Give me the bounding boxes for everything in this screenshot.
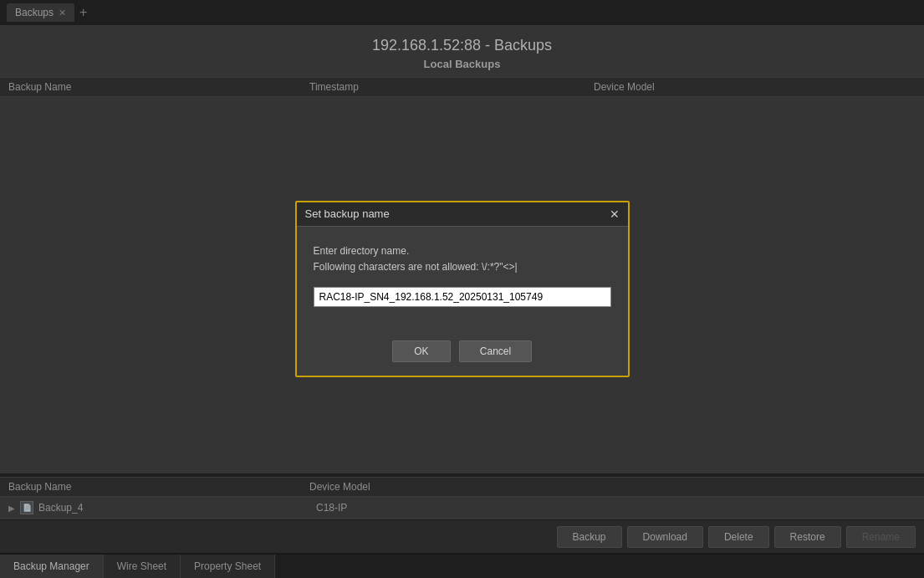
dialog-message-line1: Enter directory name. (314, 245, 410, 257)
dialog-message: Enter directory name. Following characte… (314, 243, 611, 275)
dialog-title: Set backup name (305, 207, 390, 220)
dialog-buttons: OK Cancel (297, 332, 628, 376)
set-backup-name-dialog: Set backup name ✕ Enter directory name. … (295, 201, 630, 377)
dialog-body: Enter directory name. Following characte… (297, 227, 628, 332)
dialog-cancel-button[interactable]: Cancel (459, 340, 532, 362)
dialog-ok-button[interactable]: OK (392, 340, 451, 362)
modal-overlay: Set backup name ✕ Enter directory name. … (0, 0, 924, 578)
dialog-close-button[interactable]: ✕ (610, 207, 620, 221)
dialog-titlebar: Set backup name ✕ (297, 202, 628, 227)
backup-name-input[interactable] (314, 287, 611, 307)
dialog-message-line2: Following characters are not allowed: \/… (314, 261, 518, 273)
